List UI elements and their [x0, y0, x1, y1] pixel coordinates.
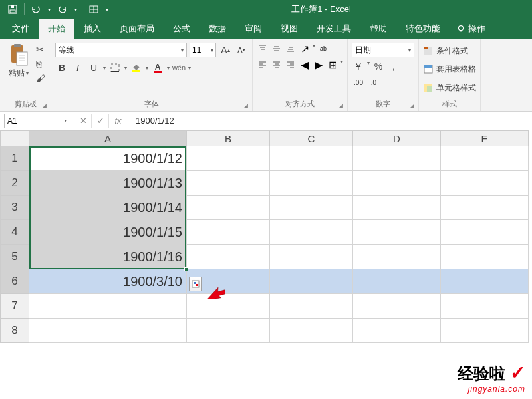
cell-c1[interactable] — [270, 146, 353, 171]
cell-b7[interactable] — [187, 294, 270, 319]
increase-font-button[interactable]: A▴ — [219, 43, 232, 57]
col-header-b[interactable]: B — [187, 130, 270, 146]
border-button[interactable] — [108, 61, 122, 74]
cell-c5[interactable] — [270, 245, 353, 269]
increase-indent-button[interactable]: ▶ — [313, 59, 325, 70]
col-header-c[interactable]: C — [270, 130, 353, 146]
cell-a1[interactable]: 1900/1/12 — [29, 146, 187, 171]
cell-a3[interactable]: 1900/1/14 — [29, 196, 187, 220]
formula-cancel-button[interactable]: ✕ — [76, 114, 92, 128]
cell-c8[interactable] — [270, 319, 353, 343]
font-name-combo[interactable]: 等线▾ — [55, 43, 187, 57]
qat-table-button[interactable] — [85, 1, 102, 17]
alignment-dialog-launcher[interactable]: ◢ — [338, 102, 343, 109]
format-painter-button[interactable]: 🖌 — [36, 73, 45, 84]
phonetic-button[interactable]: wén — [172, 61, 186, 74]
tab-data[interactable]: 数据 — [200, 19, 235, 39]
paste-button[interactable]: 粘贴 ▾ — [4, 41, 33, 98]
merge-button[interactable]: ⊞ — [327, 59, 338, 70]
insert-function-button[interactable]: fx — [110, 114, 126, 128]
cell-b2[interactable] — [187, 171, 270, 196]
align-middle-button[interactable] — [271, 43, 283, 55]
underline-dropdown[interactable]: ▾ — [103, 65, 106, 71]
italic-button[interactable]: I — [71, 61, 84, 74]
phonetic-dropdown[interactable]: ▾ — [188, 65, 191, 71]
tell-me[interactable]: 操作 — [456, 19, 485, 39]
number-format-combo[interactable]: 日期▾ — [352, 43, 414, 57]
decrease-font-button[interactable]: A▾ — [235, 43, 248, 57]
tab-home[interactable]: 开始 — [39, 19, 74, 39]
row-header-6[interactable]: 6 — [0, 269, 29, 294]
currency-button[interactable]: ¥ — [352, 60, 365, 73]
save-button[interactable] — [4, 1, 21, 17]
cell-e8[interactable] — [441, 319, 529, 343]
cell-d8[interactable] — [353, 319, 441, 343]
tab-special[interactable]: 特色功能 — [396, 19, 450, 39]
cell-e2[interactable] — [441, 171, 529, 196]
row-header-3[interactable]: 3 — [0, 196, 29, 220]
cell-c2[interactable] — [270, 171, 353, 196]
tab-insert[interactable]: 插入 — [74, 19, 110, 39]
conditional-format-button[interactable]: 条件格式 — [423, 43, 476, 59]
bold-button[interactable]: B — [55, 61, 68, 74]
decrease-indent-button[interactable]: ◀ — [299, 59, 311, 70]
cell-d4[interactable] — [353, 220, 441, 245]
cell-e1[interactable] — [441, 146, 529, 171]
underline-button[interactable]: U — [87, 61, 100, 74]
cell-c7[interactable] — [270, 294, 353, 319]
cell-a2[interactable]: 1900/1/13 — [29, 171, 187, 196]
align-bottom-button[interactable] — [285, 43, 297, 55]
cell-a7[interactable] — [29, 294, 187, 319]
qat-customize-dropdown[interactable]: ▾ — [104, 1, 110, 17]
cell-a6[interactable]: 1900/3/10 — [29, 269, 187, 294]
border-dropdown[interactable]: ▾ — [124, 65, 127, 71]
cell-e7[interactable] — [441, 294, 529, 319]
cell-d3[interactable] — [353, 196, 441, 220]
wrap-text-button[interactable]: ab — [317, 43, 329, 55]
font-dialog-launcher[interactable]: ◢ — [243, 102, 248, 109]
col-header-e[interactable]: E — [441, 130, 529, 146]
cell-b8[interactable] — [187, 319, 270, 343]
cell-e5[interactable] — [441, 245, 529, 269]
cell-d1[interactable] — [353, 146, 441, 171]
cell-d2[interactable] — [353, 171, 441, 196]
formula-input[interactable]: 1900/1/12 — [132, 116, 532, 126]
cell-d7[interactable] — [353, 294, 441, 319]
autofill-options-button[interactable] — [189, 277, 202, 291]
align-left-button[interactable] — [257, 59, 269, 70]
cell-b5[interactable] — [187, 245, 270, 269]
cell-c3[interactable] — [270, 196, 353, 220]
comma-button[interactable]: , — [387, 60, 400, 73]
fill-color-dropdown[interactable]: ▾ — [146, 65, 148, 71]
font-color-dropdown[interactable]: ▾ — [167, 65, 170, 71]
align-right-button[interactable] — [285, 59, 297, 70]
formula-enter-button[interactable]: ✓ — [93, 114, 109, 128]
align-top-button[interactable] — [257, 43, 269, 55]
col-header-d[interactable]: D — [353, 130, 441, 146]
select-all-corner[interactable] — [0, 130, 29, 146]
row-header-2[interactable]: 2 — [0, 171, 29, 196]
cell-c4[interactable] — [270, 220, 353, 245]
cell-d5[interactable] — [353, 245, 441, 269]
copy-button[interactable]: ⎘ — [36, 59, 45, 69]
undo-dropdown[interactable]: ▾ — [46, 1, 53, 17]
row-header-5[interactable]: 5 — [0, 245, 29, 269]
font-color-button[interactable]: A — [151, 61, 164, 74]
row-header-8[interactable]: 8 — [0, 319, 29, 343]
redo-button[interactable] — [54, 1, 71, 17]
undo-button[interactable] — [27, 1, 45, 17]
row-header-1[interactable]: 1 — [0, 146, 29, 171]
cell-e3[interactable] — [441, 196, 529, 220]
tab-developer[interactable]: 开发工具 — [307, 19, 360, 39]
fill-color-button[interactable] — [130, 61, 143, 74]
cell-b3[interactable] — [187, 196, 270, 220]
format-table-button[interactable]: 套用表格格 — [423, 61, 476, 77]
font-size-combo[interactable]: 11▾ — [190, 43, 216, 57]
cut-button[interactable]: ✂ — [36, 44, 45, 55]
clipboard-dialog-launcher[interactable]: ◢ — [42, 102, 47, 109]
tab-help[interactable]: 帮助 — [360, 19, 396, 39]
tab-view[interactable]: 视图 — [271, 19, 307, 39]
name-box[interactable]: A1▾ — [4, 114, 70, 128]
col-header-a[interactable]: A — [29, 130, 187, 146]
row-header-4[interactable]: 4 — [0, 220, 29, 245]
